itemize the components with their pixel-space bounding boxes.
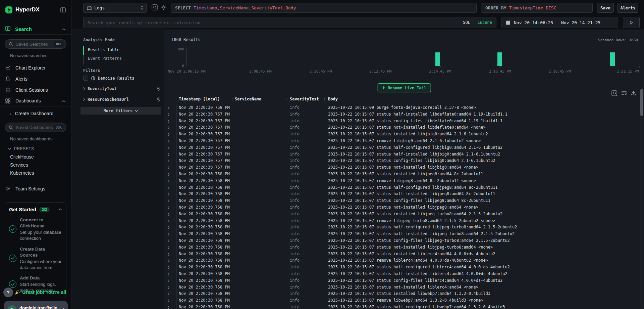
row-expand-icon[interactable]: ❯: [168, 259, 170, 262]
filter-group-resourceschemaurl[interactable]: ResourceSchemaUrl: [83, 97, 161, 102]
row-expand-icon[interactable]: ❯: [168, 225, 170, 229]
row-expand-icon[interactable]: ❯: [168, 152, 170, 156]
table-row[interactable]: ❯ Nov 20 2:20:30.757 PM info 2025-10-22 …: [164, 124, 639, 131]
row-expand-icon[interactable]: ❯: [168, 172, 170, 176]
table-row[interactable]: ❯ Nov 20 2:20:30.758 PM info 2025-10-22 …: [164, 211, 639, 218]
select-query-input[interactable]: SELECT Timestamp ,ServiceName,SeverityTe…: [171, 3, 477, 13]
download-icon[interactable]: [631, 90, 636, 96]
denoise-results-toggle[interactable]: Denoise Results: [83, 76, 134, 81]
table-row[interactable]: ❯ Nov 20 2:20:30.758 PM info 2025-10-22 …: [164, 184, 639, 191]
table-row[interactable]: ❯ Nov 20 2:20:30.758 PM info 2025-10-22 …: [164, 291, 639, 297]
table-row[interactable]: ❯ Nov 20 2:20:30.758 PM info 2025-10-22 …: [164, 257, 639, 264]
pin-icon[interactable]: [157, 97, 161, 102]
saved-dashboards-input[interactable]: ⌘K: [5, 123, 66, 132]
table-row[interactable]: ❯ Nov 20 2:20:30.758 PM info 2025-10-22 …: [164, 224, 639, 231]
row-expand-icon[interactable]: ❯: [168, 232, 170, 236]
table-row[interactable]: ❯ Nov 20 2:20:30.758 PM info 2025-10-22 …: [164, 237, 639, 244]
table-row[interactable]: ❯ Nov 20 2:20:30.758 PM info 2025-10-22 …: [164, 104, 639, 111]
code-view-icon[interactable]: [611, 90, 617, 96]
col-header-timestamp[interactable]: Timestamp (Local): [179, 97, 220, 101]
saved-searches-field[interactable]: [16, 42, 54, 47]
vertical-scrollbar[interactable]: [640, 89, 643, 309]
help-button[interactable]: ?: [3, 288, 13, 297]
settings-gear-icon[interactable]: [161, 4, 166, 10]
chevron-up-icon[interactable]: [62, 26, 66, 32]
create-dashboard-button[interactable]: + Create Dashboard: [0, 108, 71, 119]
table-row[interactable]: ❯ Nov 20 2:20:30.758 PM info 2025-10-22 …: [164, 304, 639, 309]
column-resize-handle[interactable]: [232, 97, 232, 101]
get-started-step[interactable]: Connect to ClickHouse Set up your databa…: [9, 217, 62, 241]
live-play-button[interactable]: [623, 17, 640, 28]
table-row[interactable]: ❯ Nov 20 2:20:30.757 PM info 2025-10-22 …: [164, 158, 639, 164]
row-expand-icon[interactable]: ❯: [168, 252, 170, 256]
table-row[interactable]: ❯ Nov 20 2:20:30.758 PM info 2025-10-22 …: [164, 171, 639, 178]
table-row[interactable]: ❯ Nov 20 2:20:30.757 PM info 2025-10-22 …: [164, 138, 639, 144]
chart-bar[interactable]: [497, 52, 502, 66]
collapse-sidebar-icon[interactable]: [60, 7, 66, 12]
row-expand-icon[interactable]: ❯: [168, 206, 170, 209]
table-row[interactable]: ❯ Nov 20 2:20:30.758 PM info 2025-10-22 …: [164, 191, 639, 197]
row-expand-icon[interactable]: ❯: [168, 212, 170, 216]
col-header-servicename[interactable]: ServiceName: [235, 97, 261, 101]
row-expand-icon[interactable]: ❯: [168, 246, 170, 249]
resume-live-tail-button[interactable]: Resume Live Tail: [378, 83, 431, 92]
row-expand-icon[interactable]: ❯: [168, 219, 170, 223]
table-row[interactable]: ❯ Nov 20 2:20:30.757 PM info 2025-10-22 …: [164, 118, 639, 125]
source-select[interactable]: Logs: [83, 3, 147, 13]
chevron-up-icon[interactable]: [58, 208, 62, 211]
row-expand-icon[interactable]: ❯: [168, 272, 170, 276]
chart-bar[interactable]: [610, 52, 615, 66]
alerts-button[interactable]: Alerts: [618, 3, 638, 13]
table-row[interactable]: ❯ Nov 20 2:20:30.758 PM info 2025-10-22 …: [164, 271, 639, 277]
table-row[interactable]: ❯ Nov 20 2:20:30.758 PM info 2025-10-22 …: [164, 284, 639, 291]
event-search-box[interactable]: SQL | Lucene: [83, 17, 496, 28]
row-expand-icon[interactable]: ❯: [168, 159, 170, 163]
row-expand-icon[interactable]: ❯: [168, 285, 170, 289]
column-resize-handle[interactable]: [324, 97, 325, 101]
more-filters-button[interactable]: More filters: [80, 107, 161, 115]
user-chip[interactable]: D dominic.tran@clic... dominic.tran@clic…: [4, 301, 68, 309]
row-expand-icon[interactable]: ❯: [168, 192, 170, 196]
saved-dashboards-field[interactable]: [16, 125, 54, 130]
scrollbar-thumb[interactable]: [640, 89, 643, 116]
table-row[interactable]: ❯ Nov 20 2:20:30.758 PM info 2025-10-22 …: [164, 178, 639, 184]
filter-group-severitytext[interactable]: SeverityText: [83, 86, 161, 91]
row-expand-icon[interactable]: ❯: [168, 292, 170, 296]
table-row[interactable]: ❯ Nov 20 2:20:30.758 PM info 2025-10-22 …: [164, 264, 639, 271]
row-expand-icon[interactable]: ❯: [168, 139, 170, 143]
code-view-icon[interactable]: [152, 4, 158, 10]
row-expand-icon[interactable]: ❯: [168, 126, 170, 129]
row-expand-icon[interactable]: ❯: [168, 265, 170, 269]
chevron-up-icon[interactable]: [62, 98, 66, 103]
wrap-lines-icon[interactable]: [621, 90, 627, 96]
row-expand-icon[interactable]: ❯: [168, 305, 170, 309]
sql-toggle[interactable]: SQL: [463, 20, 470, 25]
sidebar-item-search[interactable]: Search: [0, 24, 71, 35]
table-row[interactable]: ❯ Nov 20 2:20:30.758 PM info 2025-10-22 …: [164, 231, 639, 237]
preset-dashboard-item[interactable]: Services: [0, 161, 71, 169]
row-expand-icon[interactable]: ❯: [168, 199, 170, 203]
save-button[interactable]: Save: [597, 3, 614, 13]
pin-icon[interactable]: [157, 87, 161, 91]
get-started-step[interactable]: Create Data Sources Configure where your…: [9, 246, 62, 271]
saved-searches-input[interactable]: ⌘K: [5, 39, 66, 49]
order-by-input[interactable]: ORDER BY TimestampTime DESC: [481, 3, 593, 13]
row-expand-icon[interactable]: ❯: [168, 132, 170, 136]
table-row[interactable]: ❯ Nov 20 2:20:30.758 PM info 2025-10-22 …: [164, 218, 639, 224]
row-expand-icon[interactable]: ❯: [168, 239, 170, 242]
presets-toggle[interactable]: PRESETS: [0, 145, 71, 153]
table-row[interactable]: ❯ Nov 20 2:20:30.758 PM info 2025-10-22 …: [164, 204, 639, 211]
table-row[interactable]: ❯ Nov 20 2:20:30.757 PM info 2025-10-22 …: [164, 151, 639, 158]
row-expand-icon[interactable]: ❯: [168, 106, 170, 109]
preset-dashboard-item[interactable]: Kubernetes: [0, 169, 71, 177]
lucene-toggle[interactable]: Lucene: [478, 20, 492, 25]
preset-dashboard-item[interactable]: ClickHouse: [0, 153, 71, 161]
row-expand-icon[interactable]: ❯: [168, 186, 170, 189]
row-expand-icon[interactable]: ❯: [168, 179, 170, 183]
row-expand-icon[interactable]: ❯: [168, 299, 170, 302]
sidebar-item-alerts[interactable]: Alerts: [0, 73, 71, 84]
chart-bar[interactable]: [435, 52, 440, 66]
event-search-input[interactable]: [88, 20, 460, 25]
table-row[interactable]: ❯ Nov 20 2:20:30.757 PM info 2025-10-22 …: [164, 144, 639, 151]
row-expand-icon[interactable]: ❯: [168, 279, 170, 282]
